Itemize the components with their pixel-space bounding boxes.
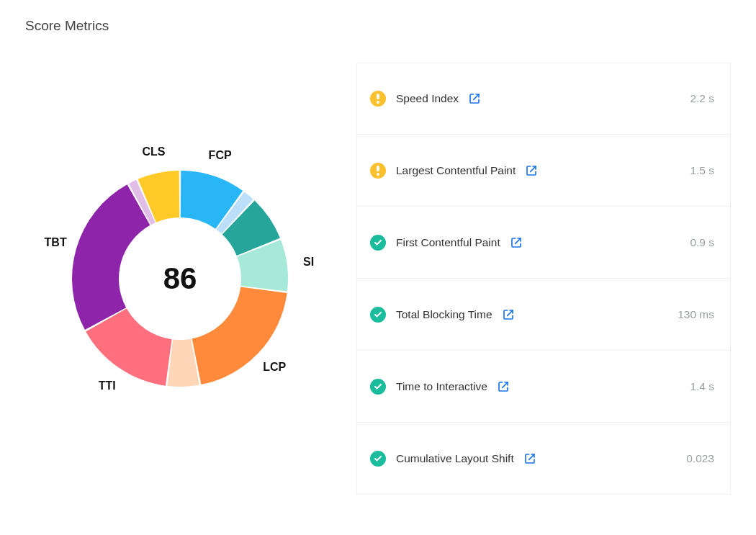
metric-name: Cumulative Layout Shift — [396, 452, 514, 465]
metric-value: 1.4 s — [690, 380, 714, 393]
external-link-icon[interactable] — [510, 237, 522, 248]
svg-rect-2 — [377, 166, 379, 171]
metric-row: Time to Interactive1.4 s — [356, 351, 731, 423]
metric-value: 130 ms — [678, 308, 714, 321]
metric-name: Speed Index — [396, 92, 459, 105]
metric-row: Largest Contentful Paint1.5 s — [356, 135, 731, 207]
donut-label-LCP: LCP — [263, 361, 286, 374]
page-title: Score Metrics — [25, 18, 731, 34]
svg-rect-0 — [377, 94, 379, 99]
external-link-icon[interactable] — [524, 453, 536, 464]
metric-name: Time to Interactive — [396, 380, 487, 393]
score-donut-chart: 86 FCPSILCPTTITBTCLS — [29, 127, 331, 430]
check-icon — [370, 451, 386, 467]
svg-rect-3 — [377, 173, 379, 176]
metric-name: Total Blocking Time — [396, 308, 492, 321]
metric-value: 2.2 s — [690, 92, 714, 105]
metric-value: 1.5 s — [690, 164, 714, 177]
donut-label-TTI: TTI — [99, 379, 116, 392]
metric-value: 0.023 — [686, 452, 714, 465]
external-link-icon[interactable] — [498, 381, 509, 392]
check-icon — [370, 379, 386, 395]
warning-icon — [370, 91, 386, 107]
donut-label-TBT: TBT — [45, 236, 67, 249]
metric-row: First Contentful Paint0.9 s — [356, 207, 731, 279]
metric-name: Largest Contentful Paint — [396, 164, 516, 177]
warning-icon — [370, 163, 386, 179]
metric-row: Total Blocking Time130 ms — [356, 279, 731, 351]
metric-name: First Contentful Paint — [396, 236, 500, 249]
external-link-icon[interactable] — [469, 93, 480, 104]
donut-label-FCP: FCP — [209, 149, 232, 162]
check-icon — [370, 307, 386, 323]
metric-row: Speed Index2.2 s — [356, 63, 731, 135]
donut-center-score: 86 — [29, 127, 331, 430]
external-link-icon[interactable] — [526, 165, 537, 176]
metric-value: 0.9 s — [690, 236, 714, 249]
external-link-icon[interactable] — [503, 309, 514, 320]
metrics-list: Speed Index2.2 sLargest Contentful Paint… — [356, 63, 731, 495]
svg-rect-1 — [377, 101, 379, 104]
donut-label-CLS: CLS — [142, 145, 165, 158]
donut-label-SI: SI — [303, 256, 314, 269]
metric-row: Cumulative Layout Shift0.023 — [356, 423, 731, 495]
check-icon — [370, 235, 386, 251]
